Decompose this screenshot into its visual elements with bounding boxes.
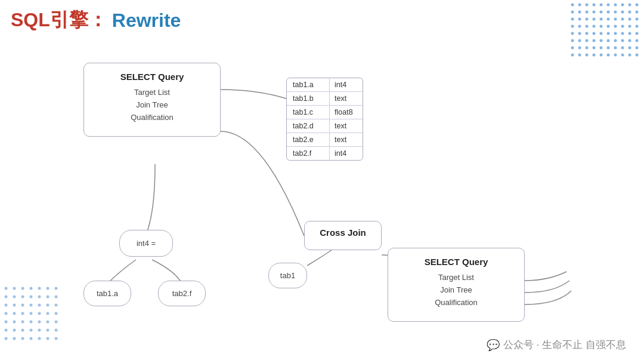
svg-point-23 xyxy=(593,18,596,21)
tl-col1-1: tab1.b xyxy=(287,92,330,105)
tl-row-0: tab1.a int4 xyxy=(287,78,363,92)
svg-point-28 xyxy=(628,18,631,21)
select-query-bot-item-2: Qualification xyxy=(399,298,513,307)
svg-point-56 xyxy=(614,39,617,42)
svg-point-83 xyxy=(30,287,33,290)
tl-col2-4: text xyxy=(330,133,363,146)
svg-point-9 xyxy=(636,4,639,7)
svg-point-54 xyxy=(600,39,603,42)
svg-point-122 xyxy=(5,337,8,340)
svg-point-105 xyxy=(38,312,41,315)
tl-row-2: tab1.c float8 xyxy=(287,106,363,119)
title-rewrite: Rewrite xyxy=(112,10,181,32)
svg-point-59 xyxy=(636,39,639,42)
svg-point-19 xyxy=(636,11,639,14)
svg-point-76 xyxy=(614,54,617,57)
svg-point-118 xyxy=(30,329,33,332)
svg-point-14 xyxy=(600,11,603,14)
svg-point-68 xyxy=(628,47,631,50)
tl-col2-3: text xyxy=(330,119,363,133)
svg-point-25 xyxy=(607,18,610,21)
tab1-node: tab1 xyxy=(268,263,307,288)
svg-point-98 xyxy=(38,304,41,307)
select-query-bot-item-1: Join Tree xyxy=(399,285,513,294)
tl-col2-2: float8 xyxy=(330,106,363,119)
svg-point-67 xyxy=(621,47,624,50)
svg-point-58 xyxy=(628,39,631,42)
tl-row-5: tab2.f int4 xyxy=(287,147,363,160)
diagram: SELECT Query Target List Join Tree Quali… xyxy=(48,45,614,349)
select-query-top-title: SELECT Query xyxy=(95,72,209,82)
tl-col1-2: tab1.c xyxy=(287,106,330,119)
svg-point-16 xyxy=(614,11,617,14)
int4-eq-label: int4 = xyxy=(127,239,165,248)
svg-point-18 xyxy=(628,11,631,14)
svg-point-101 xyxy=(5,312,8,315)
footer-text: 公众号 · 生命不止 自强不息 xyxy=(503,338,626,352)
tab2f-node: tab2.f xyxy=(158,281,206,306)
svg-point-102 xyxy=(13,312,16,315)
svg-point-11 xyxy=(578,11,581,14)
svg-point-82 xyxy=(21,287,24,290)
tab1a-node: tab1.a xyxy=(83,281,131,306)
svg-point-4 xyxy=(600,4,603,7)
svg-point-79 xyxy=(636,54,639,57)
tab2f-label: tab2.f xyxy=(165,289,199,298)
svg-point-57 xyxy=(621,39,624,42)
svg-point-91 xyxy=(38,296,41,299)
svg-point-43 xyxy=(593,32,596,35)
svg-point-116 xyxy=(13,329,16,332)
svg-point-15 xyxy=(607,11,610,14)
svg-point-111 xyxy=(30,321,33,324)
int4-eq-node: int4 = xyxy=(119,230,173,257)
svg-point-45 xyxy=(607,32,610,35)
svg-point-13 xyxy=(593,11,596,14)
select-query-top-item-2: Qualification xyxy=(95,113,209,122)
svg-point-0 xyxy=(571,4,574,7)
svg-point-38 xyxy=(628,25,631,28)
svg-point-7 xyxy=(621,4,624,7)
svg-point-33 xyxy=(593,25,596,28)
select-query-top-item-0: Target List xyxy=(95,88,209,97)
tl-col1-4: tab2.e xyxy=(287,133,330,146)
svg-point-10 xyxy=(571,11,574,14)
svg-point-103 xyxy=(21,312,24,315)
svg-point-89 xyxy=(21,296,24,299)
svg-point-17 xyxy=(621,11,624,14)
svg-point-119 xyxy=(38,329,41,332)
svg-point-48 xyxy=(628,32,631,35)
tab1a-label: tab1.a xyxy=(90,289,125,298)
svg-point-115 xyxy=(5,329,8,332)
svg-point-20 xyxy=(571,18,574,21)
svg-point-104 xyxy=(30,312,33,315)
svg-point-21 xyxy=(578,18,581,21)
svg-point-84 xyxy=(38,287,41,290)
svg-point-124 xyxy=(21,337,24,340)
svg-point-46 xyxy=(614,32,617,35)
svg-point-36 xyxy=(614,25,617,28)
svg-point-95 xyxy=(13,304,16,307)
footer: 💬 公众号 · 生命不止 自强不息 xyxy=(487,338,626,352)
tl-col2-1: text xyxy=(330,92,363,105)
svg-point-123 xyxy=(13,337,16,340)
tl-col1-3: tab2.d xyxy=(287,119,330,133)
svg-point-108 xyxy=(5,321,8,324)
svg-point-6 xyxy=(614,4,617,7)
svg-point-94 xyxy=(5,304,8,307)
tl-row-3: tab2.d text xyxy=(287,119,363,133)
svg-point-90 xyxy=(30,296,33,299)
svg-point-34 xyxy=(600,25,603,28)
svg-point-26 xyxy=(614,18,617,21)
svg-point-52 xyxy=(586,39,589,42)
svg-point-41 xyxy=(578,32,581,35)
tab1-label: tab1 xyxy=(275,271,301,280)
title-area: SQL引擎： Rewrite xyxy=(11,7,181,33)
select-query-top-item-1: Join Tree xyxy=(95,100,209,109)
svg-point-66 xyxy=(614,47,617,50)
svg-point-27 xyxy=(621,18,624,21)
svg-point-55 xyxy=(607,39,610,42)
cross-join-node: Cross Join xyxy=(304,221,382,250)
svg-point-97 xyxy=(30,304,33,307)
svg-point-96 xyxy=(21,304,24,307)
svg-point-88 xyxy=(13,296,16,299)
